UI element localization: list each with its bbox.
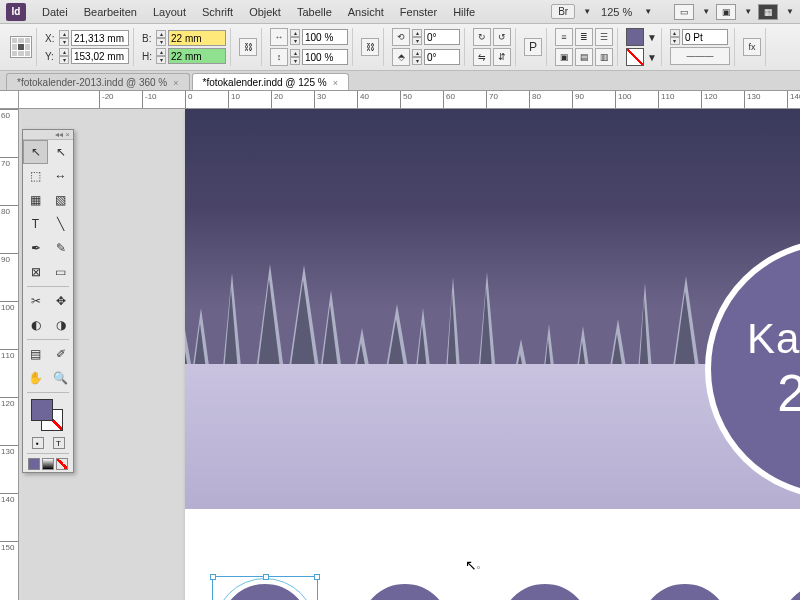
y-label: Y: bbox=[45, 51, 57, 62]
app-menubar: Id Datei Bearbeiten Layout Schrift Objek… bbox=[0, 0, 800, 24]
color-swatch-icon[interactable] bbox=[28, 458, 40, 470]
chevron-down-icon[interactable]: ▼ bbox=[644, 7, 652, 16]
flip-h-icon[interactable]: ⇋ bbox=[473, 48, 491, 66]
day-circle-next[interactable] bbox=[775, 579, 800, 600]
width-field[interactable] bbox=[168, 30, 226, 46]
screen-mode-icon[interactable]: ▣ bbox=[716, 4, 736, 20]
control-bar: X:▴▾ Y:▴▾ B:▴▾ H:▴▾ ⛓ ↔▴▾ ↕▴▾ ⛓ ⟲▴▾ ⬘▴▾ … bbox=[0, 24, 800, 71]
document-page[interactable]: Kalender 2013 MO DI Mi DO bbox=[185, 109, 800, 600]
y-field[interactable] bbox=[71, 48, 129, 64]
vertical-ruler[interactable]: 60708090100110120130140150 bbox=[0, 109, 19, 600]
height-field[interactable] bbox=[168, 48, 226, 64]
reference-point-widget[interactable] bbox=[10, 36, 32, 58]
scale-x-field[interactable] bbox=[302, 29, 348, 45]
line-tool-icon[interactable]: ╲ bbox=[48, 212, 73, 236]
rotate-ccw-icon[interactable]: ↺ bbox=[493, 28, 511, 46]
day-circle-mo[interactable]: MO bbox=[215, 579, 315, 600]
menu-datei[interactable]: Datei bbox=[34, 6, 76, 18]
wrap-icon[interactable]: ▥ bbox=[595, 48, 613, 66]
align-icon[interactable]: ≡ bbox=[555, 28, 573, 46]
tools-panel[interactable]: ◂◂ × ↖ ↖ ⬚ ↔ ▦ ▧ T ╲ ✒ ✎ ⊠ ▭ ✂ ✥ ◐ ◑ ▤ ✐… bbox=[22, 129, 74, 473]
app-logo: Id bbox=[6, 3, 26, 21]
wrap-icon[interactable]: ▤ bbox=[575, 48, 593, 66]
zoom-level[interactable]: 125 % bbox=[597, 6, 636, 18]
menu-bearbeiten[interactable]: Bearbeiten bbox=[76, 6, 145, 18]
arrange-icon[interactable]: ▦ bbox=[758, 4, 778, 20]
tab-doc-2[interactable]: *fotokalender.indd @ 125 %× bbox=[192, 73, 349, 90]
rectangle-tool-icon[interactable]: ▭ bbox=[48, 260, 73, 284]
stroke-swatch[interactable] bbox=[626, 48, 644, 66]
title-line-1: Kalender bbox=[747, 315, 800, 363]
apply-color-icon[interactable]: ▪ bbox=[32, 437, 44, 449]
zoom-tool-icon[interactable]: 🔍 bbox=[48, 366, 73, 390]
menu-objekt[interactable]: Objekt bbox=[241, 6, 289, 18]
horizontal-ruler[interactable]: -20-100102030405060708090100110120130140… bbox=[19, 91, 800, 109]
scale-x-icon: ↔ bbox=[270, 28, 288, 46]
gradient-feather-tool-icon[interactable]: ◑ bbox=[48, 313, 73, 337]
align-icon[interactable]: ☰ bbox=[595, 28, 613, 46]
content-placer-icon[interactable]: ▧ bbox=[48, 188, 73, 212]
chevron-down-icon[interactable]: ▼ bbox=[647, 52, 657, 63]
day-circle-di[interactable]: DI bbox=[355, 579, 455, 600]
menu-schrift[interactable]: Schrift bbox=[194, 6, 241, 18]
scissors-tool-icon[interactable]: ✂ bbox=[23, 289, 48, 313]
scale-y-field[interactable] bbox=[302, 49, 348, 65]
menu-layout[interactable]: Layout bbox=[145, 6, 194, 18]
free-transform-tool-icon[interactable]: ✥ bbox=[48, 289, 73, 313]
stroke-weight-field[interactable] bbox=[682, 29, 728, 45]
pencil-tool-icon[interactable]: ✎ bbox=[48, 236, 73, 260]
effects-icon[interactable]: fx bbox=[743, 38, 761, 56]
chevron-down-icon[interactable]: ▼ bbox=[744, 7, 752, 16]
menu-hilfe[interactable]: Hilfe bbox=[445, 6, 483, 18]
page-tool-icon[interactable]: ⬚ bbox=[23, 164, 48, 188]
selection-tool-icon[interactable]: ↖ bbox=[23, 140, 48, 164]
ruler-origin[interactable] bbox=[0, 91, 19, 109]
gap-tool-icon[interactable]: ↔ bbox=[48, 164, 73, 188]
cover-photo[interactable] bbox=[185, 109, 800, 509]
eyedropper-tool-icon[interactable]: ✐ bbox=[48, 342, 73, 366]
rectangle-frame-tool-icon[interactable]: ⊠ bbox=[23, 260, 48, 284]
rotate-field[interactable] bbox=[424, 29, 460, 45]
rotate-cw-icon[interactable]: ↻ bbox=[473, 28, 491, 46]
flip-v-icon[interactable]: ⇵ bbox=[493, 48, 511, 66]
day-circle-do[interactable]: DO bbox=[635, 579, 735, 600]
pen-tool-icon[interactable]: ✒ bbox=[23, 236, 48, 260]
wrap-icon[interactable]: ▣ bbox=[555, 48, 573, 66]
align-icon[interactable]: ≣ bbox=[575, 28, 593, 46]
stroke-style-dropdown[interactable]: ——— bbox=[670, 47, 730, 65]
chevron-down-icon[interactable]: ▼ bbox=[786, 7, 794, 16]
menu-ansicht[interactable]: Ansicht bbox=[340, 6, 392, 18]
close-icon[interactable]: × bbox=[333, 78, 338, 88]
menu-fenster[interactable]: Fenster bbox=[392, 6, 445, 18]
apply-type-icon[interactable]: T bbox=[53, 437, 65, 449]
link-icon[interactable]: ⛓ bbox=[239, 38, 257, 56]
shear-icon: ⬘ bbox=[392, 48, 410, 66]
panel-collapse-icon[interactable]: ◂◂ × bbox=[23, 130, 73, 140]
bridge-button[interactable]: Br bbox=[551, 4, 575, 19]
h-label: H: bbox=[142, 51, 154, 62]
close-icon[interactable]: × bbox=[173, 78, 178, 88]
canvas[interactable]: Kalender 2013 MO DI Mi DO ↖▫ bbox=[19, 109, 800, 600]
day-circle-mi[interactable]: Mi bbox=[495, 579, 595, 600]
no-color-icon[interactable] bbox=[56, 458, 68, 470]
gradient-swatch-icon[interactable] bbox=[42, 458, 54, 470]
x-field[interactable] bbox=[71, 30, 129, 46]
menu-tabelle[interactable]: Tabelle bbox=[289, 6, 340, 18]
direct-selection-tool-icon[interactable]: ↖ bbox=[48, 140, 73, 164]
chevron-down-icon[interactable]: ▼ bbox=[702, 7, 710, 16]
fill-stroke-swatch[interactable] bbox=[29, 397, 67, 433]
paragraph-icon[interactable]: P bbox=[524, 38, 542, 56]
note-tool-icon[interactable]: ▤ bbox=[23, 342, 48, 366]
content-collector-icon[interactable]: ▦ bbox=[23, 188, 48, 212]
chevron-down-icon[interactable]: ▼ bbox=[647, 32, 657, 43]
hand-tool-icon[interactable]: ✋ bbox=[23, 366, 48, 390]
tab-doc-1[interactable]: *fotokalender-2013.indd @ 360 %× bbox=[6, 73, 190, 90]
chevron-down-icon[interactable]: ▼ bbox=[583, 7, 591, 16]
fill-swatch[interactable] bbox=[626, 28, 644, 46]
link-icon[interactable]: ⛓ bbox=[361, 38, 379, 56]
gradient-swatch-tool-icon[interactable]: ◐ bbox=[23, 313, 48, 337]
type-tool-icon[interactable]: T bbox=[23, 212, 48, 236]
shear-field[interactable] bbox=[424, 49, 460, 65]
rotate-icon: ⟲ bbox=[392, 28, 410, 46]
view-mode-icon[interactable]: ▭ bbox=[674, 4, 694, 20]
